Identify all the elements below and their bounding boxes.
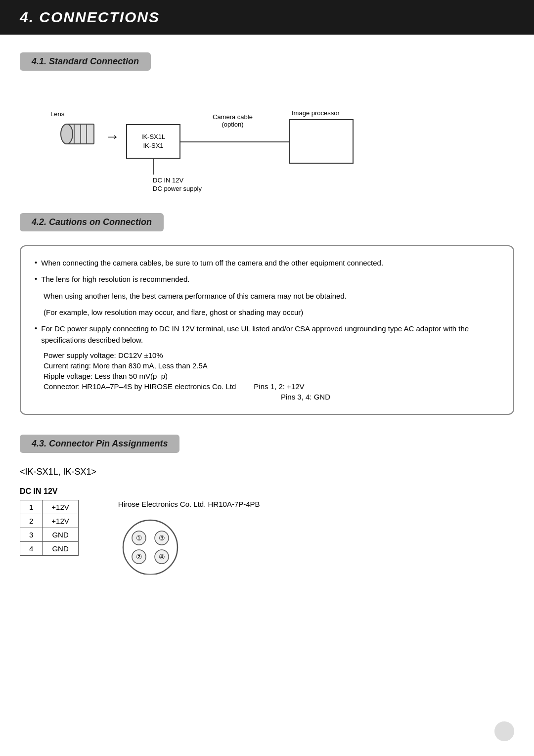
caution-bullet-2: • The lens for high resolution is recomm… — [35, 273, 499, 285]
bullet-dot-3: • — [35, 323, 37, 346]
connector-main-text: Connector: HR10A–7P–4S by HIROSE electro… — [44, 382, 236, 391]
dc-supply-label: DC power supply — [153, 185, 202, 192]
camera-cable-label: Camera cable (option) — [213, 113, 253, 128]
standard-connection-diagram: Lens → IK-SX1L IK-SX1 DC IN 12V DC power… — [20, 85, 514, 193]
dc-in-group: DC IN 12V DC power supply — [153, 159, 202, 192]
connector-diagram-area: Hirose Electronics Co. Ltd. HR10A-7P-4PB… — [118, 500, 260, 575]
table-row: 3GND — [20, 528, 79, 541]
caution-bullet-1: • When connecting the camera cables, be … — [35, 257, 499, 268]
cautions-box: • When connecting the camera cables, be … — [20, 245, 514, 415]
caution-text-2: The lens for high resolution is recommen… — [41, 273, 189, 285]
pin-value: +12V — [43, 500, 78, 514]
svg-point-5 — [123, 520, 178, 575]
pin-number: 4 — [20, 541, 43, 555]
page-circle — [494, 721, 514, 741]
camera-model-line1: IK-SX1L — [141, 133, 165, 141]
caution-indent-2: (For example, low resolution may occur, … — [44, 307, 499, 318]
camera-model-line2: IK-SX1 — [143, 141, 163, 150]
table-row: 1+12V — [20, 500, 79, 514]
pins-12: Pins 1, 2: +12V — [254, 382, 304, 391]
image-processor-label: Image processor — [292, 109, 340, 117]
bullet-dot-2: • — [35, 273, 37, 285]
dc-in-label: DC IN 12V — [153, 177, 202, 184]
section-41-label: 4.1. Standard Connection — [32, 56, 139, 66]
lens-drawing — [47, 120, 101, 151]
pin-value: GND — [43, 541, 78, 555]
camera-box: IK-SX1L IK-SX1 — [126, 124, 180, 159]
section-43-label: 4.3. Connector Pin Assignments — [32, 439, 168, 448]
svg-text:①: ① — [135, 534, 142, 542]
caution-text-1: When connecting the camera cables, be su… — [41, 257, 383, 268]
lens-svg — [47, 120, 101, 150]
connector-circle-svg: ① ③ ② ④ — [118, 515, 182, 575]
lens-label: Lens — [50, 110, 64, 118]
table-row: 2+12V — [20, 514, 79, 528]
spec-line-1: Power supply voltage: DC12V ±10% — [44, 351, 499, 359]
image-processor-box — [289, 119, 354, 164]
page-title: 4. CONNECTIONS — [20, 9, 160, 25]
section-42-label: 4.2. Cautions on Connection — [32, 217, 152, 227]
pin-assignment-section: <IK-SX1L, IK-SX1> DC IN 12V 1+12V2+12V3G… — [20, 467, 514, 575]
spec-line-3: Ripple voltage: Less than 50 mV(p–p) — [44, 372, 499, 380]
connection-arrow: → — [105, 128, 120, 145]
caution-indent-1: When using another lens, the best camera… — [44, 290, 499, 302]
svg-text:②: ② — [135, 553, 142, 561]
pin-number: 2 — [20, 514, 43, 528]
caution-bullet-3: • For DC power supply connecting to DC I… — [35, 323, 499, 346]
dc-section-label: DC IN 12V — [20, 487, 514, 496]
table-row: 4GND — [20, 541, 79, 555]
svg-text:③: ③ — [158, 534, 165, 542]
pin-value: +12V — [43, 514, 78, 528]
pin-table-area: 1+12V2+12V3GND4GND Hirose Electronics Co… — [20, 500, 514, 575]
pins-34: Pins 3, 4: GND — [44, 393, 499, 401]
hirose-label: Hirose Electronics Co. Ltd. HR10A-7P-4PB — [118, 500, 260, 508]
dc-vertical-line — [153, 159, 154, 175]
cable-line — [180, 141, 292, 142]
svg-point-1 — [61, 124, 73, 144]
spec-line-2: Current rating: More than 830 mA, Less t… — [44, 361, 499, 370]
section-43-header: 4.3. Connector Pin Assignments — [20, 435, 179, 453]
caution-text-3: For DC power supply connecting to DC IN … — [41, 323, 499, 346]
header-bar: 4. CONNECTIONS — [0, 0, 534, 35]
connector-line: Connector: HR10A–7P–4S by HIROSE electro… — [44, 382, 499, 391]
model-label: <IK-SX1L, IK-SX1> — [20, 467, 514, 477]
bullet-dot-1: • — [35, 257, 37, 268]
svg-text:④: ④ — [158, 553, 165, 561]
pin-table: 1+12V2+12V3GND4GND — [20, 500, 79, 556]
pin-value: GND — [43, 528, 78, 541]
section-42-header: 4.2. Cautions on Connection — [20, 213, 164, 231]
pin-number: 3 — [20, 528, 43, 541]
section-41-header: 4.1. Standard Connection — [20, 52, 151, 71]
pin-number: 1 — [20, 500, 43, 514]
